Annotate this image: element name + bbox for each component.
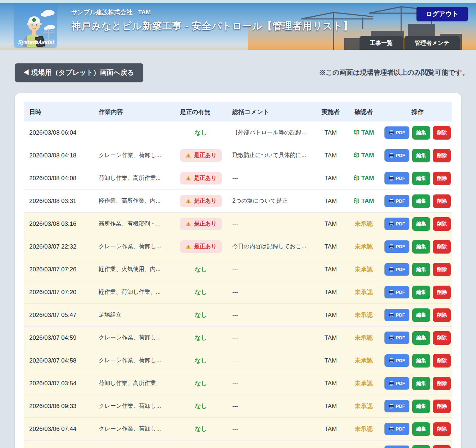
correction-none-label: なし [195,265,207,274]
patrol-list-card: 日時 作業内容 是正の有無 総括コメント 実施者 確認者 操作 2026/03/… [15,93,461,448]
pdf-button[interactable]: PDF [384,354,409,367]
pdf-button[interactable]: PDF [384,126,409,139]
cell-summary-comment: --- [228,289,317,296]
pdf-button-label: PDF [396,130,405,135]
correction-required-badge: 是正あり [180,218,222,230]
delete-button[interactable]: 削除 [433,217,451,231]
pdf-button[interactable]: PDF [384,263,409,276]
cell-datetime: 2026/03/07 22:32 [24,243,94,250]
edit-button[interactable]: 編集 [412,240,430,254]
pdf-button[interactable]: PDF [384,377,409,390]
edit-button[interactable]: 編集 [412,217,430,231]
cell-implementer: TAM [317,243,345,250]
pdf-button[interactable]: PDF [384,240,409,253]
table-row: 2026/03/06 09:33クレーン作業、荷卸し...なし---TAM未承認… [24,395,452,418]
delete-button-label: 削除 [437,221,447,227]
pdf-button[interactable]: PDF [384,423,409,435]
pdf-button[interactable]: PDF [384,400,409,412]
delete-button[interactable]: 削除 [433,331,451,345]
delete-button[interactable]: 削除 [433,172,451,185]
edit-button[interactable]: 編集 [412,422,430,436]
edit-button[interactable]: 編集 [412,445,430,448]
warning-icon [185,198,191,204]
cell-correction: なし [174,402,228,410]
delete-button[interactable]: 削除 [433,354,451,368]
table-row: 2026/03/07 07:26軽作業、火気使用、内...なし---TAM未承認… [24,258,452,281]
cell-datetime: 2026/03/07 07:26 [24,266,94,273]
delete-button[interactable]: 削除 [433,445,451,448]
header-tabs: 工事一覧 管理者メンテ [359,36,460,50]
cell-confirmer: 未承認 [345,356,383,365]
cell-actions: PDF編集削除 [383,126,452,140]
printer-icon [389,176,394,181]
delete-button[interactable]: 削除 [433,126,451,140]
tab-admin-maintenance[interactable]: 管理者メンテ [404,36,460,50]
edit-button-label: 編集 [416,289,426,296]
delete-button[interactable]: 削除 [433,308,451,322]
pdf-button-label: PDF [396,290,405,295]
cell-correction: なし [174,288,228,296]
edit-button[interactable]: 編集 [412,286,430,299]
cell-work-content: 軽作業、高所作業、内... [94,197,174,205]
delete-button[interactable]: 削除 [433,194,451,208]
pdf-button-label: PDF [396,221,405,226]
table-row: 2026/03/07 03:54荷卸し作業、高所作業なし---TAM未承認PDF… [24,372,452,395]
pdf-button[interactable]: PDF [384,149,409,162]
delete-button[interactable]: 削除 [433,400,451,413]
logout-button[interactable]: ログアウト [416,7,468,21]
edit-button[interactable]: 編集 [412,126,430,140]
correction-none-label: なし [195,379,207,387]
delete-button[interactable]: 削除 [433,286,451,299]
cell-implementer: TAM [317,198,345,205]
back-to-tablet-button[interactable]: ◀ 現場用（タブレット）画面へ戻る [15,63,143,82]
pdf-button[interactable]: PDF [384,286,409,298]
cell-confirmer: 未承認 [345,265,383,274]
cell-work-content: 荷卸し作業、高所作業 [94,380,174,387]
edit-button[interactable]: 編集 [412,263,430,276]
delete-button-label: 削除 [437,426,447,432]
pdf-button[interactable]: PDF [384,309,409,321]
pdf-button[interactable]: PDF [384,218,409,230]
edit-button[interactable]: 編集 [412,400,430,413]
edit-button-label: 編集 [416,152,426,159]
delete-button[interactable]: 削除 [433,149,451,162]
cell-actions: PDF編集削除 [383,217,452,231]
edit-button[interactable]: 編集 [412,194,430,208]
toolbar: ◀ 現場用（タブレット）画面へ戻る ※この画面は現場管理者以上のみ閲覧可能です。 [15,63,469,82]
pdf-button-label: PDF [396,358,405,363]
pdf-button-label: PDF [396,153,405,158]
delete-button[interactable]: 削除 [433,263,451,276]
delete-button[interactable]: 削除 [433,377,451,390]
edit-button[interactable]: 編集 [412,149,430,162]
header-text-block: サンプル建設株式会社TAM 神戸みなとビル新築工事 - 安全パトロール【管理者用… [71,8,353,32]
edit-button[interactable]: 編集 [412,308,430,322]
pdf-button[interactable]: PDF [384,172,409,184]
edit-button[interactable]: 編集 [412,354,430,368]
pdf-button[interactable]: PDF [384,195,409,207]
edit-button[interactable]: 編集 [412,172,430,185]
cell-confirmer: 未承認 [345,334,383,342]
delete-button[interactable]: 削除 [433,240,451,254]
page-title: 神戸みなとビル新築工事 - 安全パトロール【管理者用リスト】 [71,20,353,32]
tab-construction-list[interactable]: 工事一覧 [359,36,403,50]
edit-button[interactable]: 編集 [412,377,430,390]
cell-confirmer: 未承認 [345,425,383,433]
cell-work-content: 足場組立 [94,311,174,319]
delete-button[interactable]: 削除 [433,422,451,436]
edit-button[interactable]: 編集 [412,331,430,345]
delete-button-label: 削除 [437,152,447,159]
printer-icon [389,381,394,386]
cell-datetime: 2026/03/08 03:16 [24,220,94,228]
cell-correction: なし [174,129,228,137]
cell-actions: PDF編集削除 [383,263,452,276]
cell-confirmer: 未承認 [345,243,383,251]
cell-summary-comment: --- [228,380,317,387]
col-header-comment: 総括コメント [228,108,317,116]
pdf-button[interactable]: PDF [384,446,409,448]
correction-none-label: なし [195,425,207,433]
warning-icon [185,244,191,250]
pdf-button[interactable]: PDF [384,332,409,344]
cell-summary-comment: 今日の内容は記録しておこ... [228,243,317,250]
cell-work-content: クレーン作業、荷卸し... [94,402,174,410]
table-row: 2026/03/08 03:31軽作業、高所作業、内...是正あり2つの塩につい… [24,190,452,213]
